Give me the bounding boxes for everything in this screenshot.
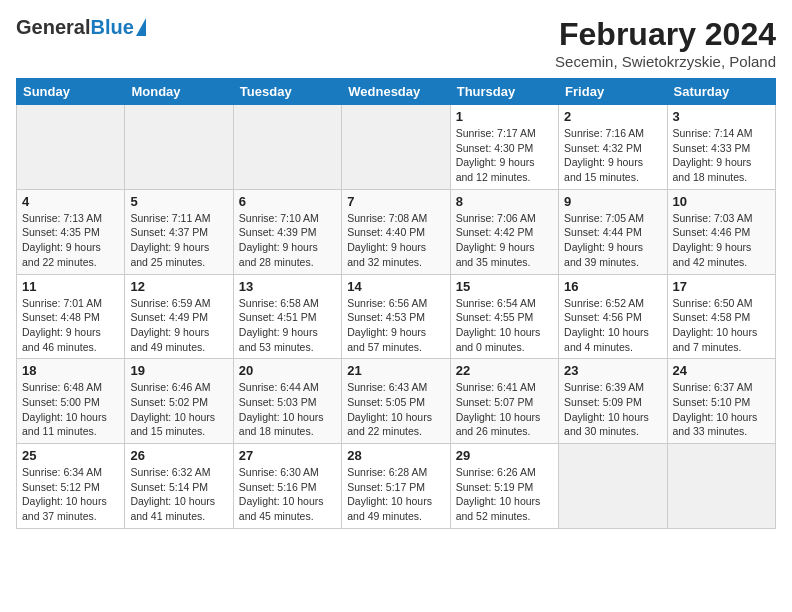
table-row: 22Sunrise: 6:41 AM Sunset: 5:07 PM Dayli… [450, 359, 558, 444]
table-row: 19Sunrise: 6:46 AM Sunset: 5:02 PM Dayli… [125, 359, 233, 444]
day-number: 9 [564, 194, 661, 209]
table-row: 25Sunrise: 6:34 AM Sunset: 5:12 PM Dayli… [17, 444, 125, 529]
calendar-week-row: 18Sunrise: 6:48 AM Sunset: 5:00 PM Dayli… [17, 359, 776, 444]
table-row: 12Sunrise: 6:59 AM Sunset: 4:49 PM Dayli… [125, 274, 233, 359]
day-number: 11 [22, 279, 119, 294]
day-info: Sunrise: 7:06 AM Sunset: 4:42 PM Dayligh… [456, 211, 553, 270]
table-row: 11Sunrise: 7:01 AM Sunset: 4:48 PM Dayli… [17, 274, 125, 359]
day-number: 17 [673, 279, 770, 294]
day-info: Sunrise: 6:58 AM Sunset: 4:51 PM Dayligh… [239, 296, 336, 355]
day-number: 12 [130, 279, 227, 294]
day-info: Sunrise: 6:26 AM Sunset: 5:19 PM Dayligh… [456, 465, 553, 524]
day-number: 19 [130, 363, 227, 378]
table-row: 13Sunrise: 6:58 AM Sunset: 4:51 PM Dayli… [233, 274, 341, 359]
day-number: 24 [673, 363, 770, 378]
day-info: Sunrise: 6:32 AM Sunset: 5:14 PM Dayligh… [130, 465, 227, 524]
day-info: Sunrise: 6:43 AM Sunset: 5:05 PM Dayligh… [347, 380, 444, 439]
page-subtitle: Secemin, Swietokrzyskie, Poland [555, 53, 776, 70]
day-info: Sunrise: 6:56 AM Sunset: 4:53 PM Dayligh… [347, 296, 444, 355]
day-info: Sunrise: 6:52 AM Sunset: 4:56 PM Dayligh… [564, 296, 661, 355]
table-row: 27Sunrise: 6:30 AM Sunset: 5:16 PM Dayli… [233, 444, 341, 529]
table-row: 10Sunrise: 7:03 AM Sunset: 4:46 PM Dayli… [667, 189, 775, 274]
calendar-week-row: 1Sunrise: 7:17 AM Sunset: 4:30 PM Daylig… [17, 105, 776, 190]
table-row: 15Sunrise: 6:54 AM Sunset: 4:55 PM Dayli… [450, 274, 558, 359]
table-row: 21Sunrise: 6:43 AM Sunset: 5:05 PM Dayli… [342, 359, 450, 444]
day-number: 5 [130, 194, 227, 209]
day-number: 2 [564, 109, 661, 124]
table-row: 17Sunrise: 6:50 AM Sunset: 4:58 PM Dayli… [667, 274, 775, 359]
day-number: 22 [456, 363, 553, 378]
day-number: 10 [673, 194, 770, 209]
page-title: February 2024 [555, 16, 776, 53]
table-row: 8Sunrise: 7:06 AM Sunset: 4:42 PM Daylig… [450, 189, 558, 274]
table-row: 26Sunrise: 6:32 AM Sunset: 5:14 PM Dayli… [125, 444, 233, 529]
table-row: 9Sunrise: 7:05 AM Sunset: 4:44 PM Daylig… [559, 189, 667, 274]
table-row [342, 105, 450, 190]
table-row [233, 105, 341, 190]
day-number: 29 [456, 448, 553, 463]
day-number: 7 [347, 194, 444, 209]
table-row: 14Sunrise: 6:56 AM Sunset: 4:53 PM Dayli… [342, 274, 450, 359]
table-row: 5Sunrise: 7:11 AM Sunset: 4:37 PM Daylig… [125, 189, 233, 274]
table-row [559, 444, 667, 529]
col-thursday: Thursday [450, 79, 558, 105]
day-info: Sunrise: 7:13 AM Sunset: 4:35 PM Dayligh… [22, 211, 119, 270]
logo: GeneralBlue [16, 16, 146, 39]
table-row [667, 444, 775, 529]
day-info: Sunrise: 7:05 AM Sunset: 4:44 PM Dayligh… [564, 211, 661, 270]
table-row: 16Sunrise: 6:52 AM Sunset: 4:56 PM Dayli… [559, 274, 667, 359]
day-info: Sunrise: 6:34 AM Sunset: 5:12 PM Dayligh… [22, 465, 119, 524]
day-info: Sunrise: 7:16 AM Sunset: 4:32 PM Dayligh… [564, 126, 661, 185]
col-tuesday: Tuesday [233, 79, 341, 105]
calendar-week-row: 11Sunrise: 7:01 AM Sunset: 4:48 PM Dayli… [17, 274, 776, 359]
day-info: Sunrise: 7:11 AM Sunset: 4:37 PM Dayligh… [130, 211, 227, 270]
day-info: Sunrise: 6:30 AM Sunset: 5:16 PM Dayligh… [239, 465, 336, 524]
logo-text: GeneralBlue [16, 16, 134, 39]
table-row: 4Sunrise: 7:13 AM Sunset: 4:35 PM Daylig… [17, 189, 125, 274]
col-sunday: Sunday [17, 79, 125, 105]
calendar-week-row: 4Sunrise: 7:13 AM Sunset: 4:35 PM Daylig… [17, 189, 776, 274]
table-row: 24Sunrise: 6:37 AM Sunset: 5:10 PM Dayli… [667, 359, 775, 444]
logo-icon [136, 18, 146, 36]
table-row: 20Sunrise: 6:44 AM Sunset: 5:03 PM Dayli… [233, 359, 341, 444]
day-info: Sunrise: 6:37 AM Sunset: 5:10 PM Dayligh… [673, 380, 770, 439]
day-number: 15 [456, 279, 553, 294]
col-saturday: Saturday [667, 79, 775, 105]
table-row: 29Sunrise: 6:26 AM Sunset: 5:19 PM Dayli… [450, 444, 558, 529]
day-info: Sunrise: 6:46 AM Sunset: 5:02 PM Dayligh… [130, 380, 227, 439]
col-wednesday: Wednesday [342, 79, 450, 105]
day-number: 27 [239, 448, 336, 463]
table-row: 28Sunrise: 6:28 AM Sunset: 5:17 PM Dayli… [342, 444, 450, 529]
day-number: 14 [347, 279, 444, 294]
day-info: Sunrise: 7:08 AM Sunset: 4:40 PM Dayligh… [347, 211, 444, 270]
day-number: 1 [456, 109, 553, 124]
table-row [17, 105, 125, 190]
table-row: 2Sunrise: 7:16 AM Sunset: 4:32 PM Daylig… [559, 105, 667, 190]
day-number: 8 [456, 194, 553, 209]
day-info: Sunrise: 6:41 AM Sunset: 5:07 PM Dayligh… [456, 380, 553, 439]
day-info: Sunrise: 6:28 AM Sunset: 5:17 PM Dayligh… [347, 465, 444, 524]
day-info: Sunrise: 7:14 AM Sunset: 4:33 PM Dayligh… [673, 126, 770, 185]
day-number: 25 [22, 448, 119, 463]
table-row: 18Sunrise: 6:48 AM Sunset: 5:00 PM Dayli… [17, 359, 125, 444]
day-number: 26 [130, 448, 227, 463]
day-number: 3 [673, 109, 770, 124]
table-row: 6Sunrise: 7:10 AM Sunset: 4:39 PM Daylig… [233, 189, 341, 274]
day-info: Sunrise: 7:10 AM Sunset: 4:39 PM Dayligh… [239, 211, 336, 270]
calendar-table: Sunday Monday Tuesday Wednesday Thursday… [16, 78, 776, 529]
day-number: 20 [239, 363, 336, 378]
day-info: Sunrise: 6:48 AM Sunset: 5:00 PM Dayligh… [22, 380, 119, 439]
calendar-header-row: Sunday Monday Tuesday Wednesday Thursday… [17, 79, 776, 105]
table-row: 3Sunrise: 7:14 AM Sunset: 4:33 PM Daylig… [667, 105, 775, 190]
calendar-week-row: 25Sunrise: 6:34 AM Sunset: 5:12 PM Dayli… [17, 444, 776, 529]
title-area: February 2024 Secemin, Swietokrzyskie, P… [555, 16, 776, 70]
table-row: 1Sunrise: 7:17 AM Sunset: 4:30 PM Daylig… [450, 105, 558, 190]
day-info: Sunrise: 6:59 AM Sunset: 4:49 PM Dayligh… [130, 296, 227, 355]
day-number: 18 [22, 363, 119, 378]
day-number: 23 [564, 363, 661, 378]
day-number: 6 [239, 194, 336, 209]
day-info: Sunrise: 7:03 AM Sunset: 4:46 PM Dayligh… [673, 211, 770, 270]
day-info: Sunrise: 6:50 AM Sunset: 4:58 PM Dayligh… [673, 296, 770, 355]
page-header: GeneralBlue February 2024 Secemin, Swiet… [16, 16, 776, 70]
table-row: 23Sunrise: 6:39 AM Sunset: 5:09 PM Dayli… [559, 359, 667, 444]
